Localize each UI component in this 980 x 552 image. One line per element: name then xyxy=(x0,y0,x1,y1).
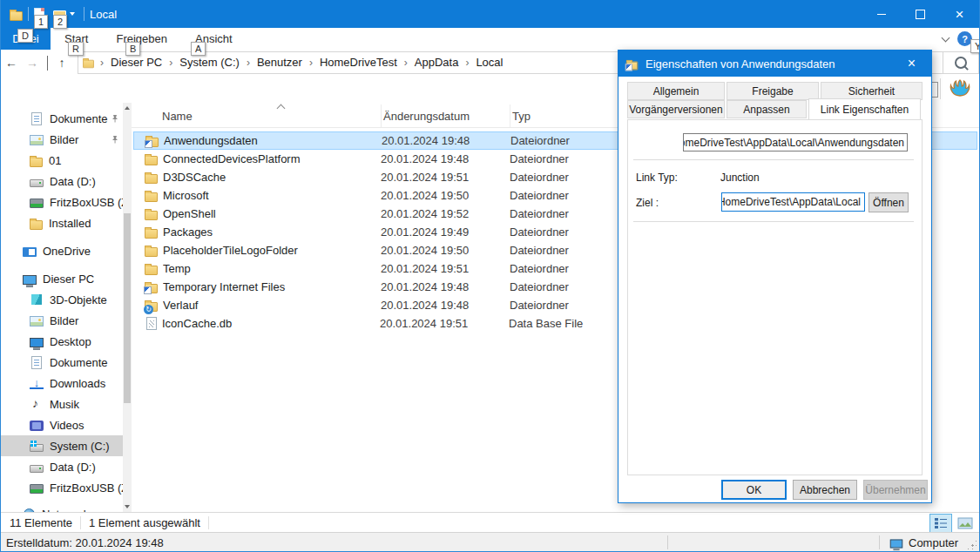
video-icon xyxy=(30,421,44,431)
sidebar-item-bilder-pc[interactable]: Bilder xyxy=(1,310,132,331)
tab-allgemein[interactable]: Allgemein xyxy=(627,82,725,100)
tab-anpassen[interactable]: Anpassen xyxy=(727,100,807,118)
sidebar-item-downloads[interactable]: Downloads xyxy=(1,373,132,394)
column-header-date[interactable]: Änderungsdatum xyxy=(382,104,510,127)
tab-freigabe[interactable]: Freigabe xyxy=(727,82,819,100)
scrollbar-thumb[interactable] xyxy=(124,213,131,403)
path-field-value: s\HomeDriveTest\AppData\Local\Anwendungs… xyxy=(683,137,904,149)
dialog-separator xyxy=(633,159,914,160)
file-date: 20.01.2024 19:50 xyxy=(381,244,510,257)
sidebar-item-label: FritzBoxUSB (Z:) xyxy=(50,196,132,209)
sidebar-item-data-d-pc[interactable]: Data (D:) xyxy=(1,456,132,477)
apply-button[interactable]: Übernehmen xyxy=(863,480,928,500)
tab-label: Sicherheit xyxy=(848,85,895,98)
scroll-down-icon[interactable] xyxy=(125,505,130,508)
database-file-icon xyxy=(146,317,157,330)
tab-label: Anpassen xyxy=(743,104,789,116)
sidebar-item-label: Musik xyxy=(50,398,79,411)
keytip-view: A xyxy=(191,42,206,56)
qat-dropdown-icon[interactable] xyxy=(70,12,75,16)
sidebar-item-fritzboxusb[interactable]: FritzBoxUSB (Z:) xyxy=(1,192,132,212)
expand-ribbon-icon[interactable] xyxy=(942,33,950,42)
ok-button[interactable]: OK xyxy=(721,480,787,500)
up-button[interactable]: ↑ xyxy=(51,56,72,70)
column-header-type[interactable]: Typ xyxy=(510,104,621,127)
sidebar-item-bilder[interactable]: Bilder xyxy=(1,129,132,150)
computer-zone: Computer xyxy=(889,533,958,552)
resize-grip[interactable] xyxy=(966,539,977,549)
sidebar-item-label: Bilder xyxy=(50,133,78,146)
thumbnail-view-button[interactable] xyxy=(954,514,977,533)
search-input[interactable] xyxy=(943,51,979,74)
computer-label: Computer xyxy=(909,536,958,549)
tab-share-label: Freigeben xyxy=(116,32,167,45)
target-input[interactable]: \HomeDriveTest\AppData\Local xyxy=(721,192,865,212)
sidebar-item-01[interactable]: 01 xyxy=(1,150,132,171)
sidebar-item-installed[interactable]: Installed xyxy=(1,212,132,233)
sidebar-item-system-c[interactable]: System (C:) xyxy=(1,435,132,456)
breadcrumb-local[interactable]: Local xyxy=(474,56,504,69)
forward-button[interactable]: → xyxy=(22,56,43,70)
window-title: Local xyxy=(90,8,117,21)
status-separator xyxy=(208,516,209,529)
sidebar-scrollbar[interactable] xyxy=(123,103,132,512)
breadcrumb-homedrivetest[interactable]: HomeDriveTest xyxy=(318,56,399,69)
bottombar-separator xyxy=(667,535,668,549)
file-name: D3DSCache xyxy=(163,171,381,184)
maximize-button[interactable] xyxy=(901,0,940,28)
sidebar-item-dieser-pc[interactable]: Dieser PC xyxy=(1,268,132,289)
tab-share[interactable]: Freigeben xyxy=(102,28,181,50)
sidebar-item-label: Dokumente xyxy=(50,356,107,369)
back-button[interactable]: ← xyxy=(1,56,22,70)
sidebar-item-dokumente-pc[interactable]: Dokumente xyxy=(1,352,132,373)
column-header-name[interactable]: Name xyxy=(132,104,382,127)
file-type: Data Base File xyxy=(509,317,619,330)
sidebar-item-musik[interactable]: Musik xyxy=(1,394,132,414)
details-view-icon xyxy=(934,517,948,529)
sidebar-item-onedrive[interactable]: OneDrive xyxy=(1,240,132,261)
computer-icon xyxy=(890,539,902,548)
sidebar-item-label: Data (D:) xyxy=(50,461,96,474)
sidebar-item-desktop[interactable]: Desktop xyxy=(1,331,132,352)
close-button[interactable]: × xyxy=(940,0,979,28)
sidebar-item-netzwerk[interactable]: Netzwerk xyxy=(1,503,132,512)
breadcrumb-system-c[interactable]: System (C:) xyxy=(178,56,241,69)
cancel-button[interactable]: Abbrechen xyxy=(793,480,857,500)
breadcrumb-chevron: › xyxy=(95,57,109,69)
sidebar-item-videos[interactable]: Videos xyxy=(1,414,132,435)
folder-icon xyxy=(145,229,158,239)
sidebar-item-3d-objekte[interactable]: 3D-Objekte xyxy=(1,289,132,310)
tab-vorgaengerversionen[interactable]: Vorgängerversionen xyxy=(627,100,725,118)
dialog-separator xyxy=(633,221,914,222)
file-date: 20.01.2024 19:48 xyxy=(381,152,510,165)
recent-locations-icon[interactable] xyxy=(43,56,51,70)
breadcrumb-dieser-pc[interactable]: Dieser PC xyxy=(109,56,164,69)
breadcrumb-appdata[interactable]: AppData xyxy=(413,56,461,69)
keytip-help: Y xyxy=(970,39,980,53)
created-date-text: Erstelldatum: 20.01.2024 19:48 xyxy=(6,536,164,549)
file-type: Dateiordner xyxy=(510,152,620,165)
computer-icon xyxy=(23,275,37,285)
tab-sicherheit[interactable]: Sicherheit xyxy=(821,82,923,100)
breadcrumb-benutzer[interactable]: Benutzer xyxy=(255,56,304,69)
file-date: 20.01.2024 19:51 xyxy=(381,171,510,184)
drive-icon xyxy=(30,179,44,187)
folder-link-icon xyxy=(145,138,159,147)
cube-icon xyxy=(31,294,42,305)
minimize-button[interactable] xyxy=(862,0,901,28)
openshell-button[interactable] xyxy=(949,77,971,101)
dialog-close-button[interactable]: × xyxy=(892,50,931,77)
open-button[interactable]: Öffnen xyxy=(868,192,909,212)
sidebar-item-dokumente[interactable]: Dokumente xyxy=(1,108,132,129)
path-field[interactable]: s\HomeDriveTest\AppData\Local\Anwendungs… xyxy=(683,133,908,151)
sidebar-item-data-d[interactable]: Data (D:) xyxy=(1,171,132,192)
titlebar-separator xyxy=(28,7,29,21)
file-date: 20.01.2024 19:51 xyxy=(381,262,510,275)
file-date: 20.01.2024 19:48 xyxy=(381,299,510,312)
tab-link-eigenschaften[interactable]: Link Eigenschaften xyxy=(808,98,921,119)
details-view-button[interactable] xyxy=(929,514,952,533)
sidebar-item-fritzboxusb-pc[interactable]: FritzBoxUSB (Z:) xyxy=(1,477,132,498)
file-date: 20.01.2024 19:51 xyxy=(380,317,509,330)
ok-button-label: OK xyxy=(747,484,761,496)
scroll-up-icon[interactable] xyxy=(125,106,130,110)
